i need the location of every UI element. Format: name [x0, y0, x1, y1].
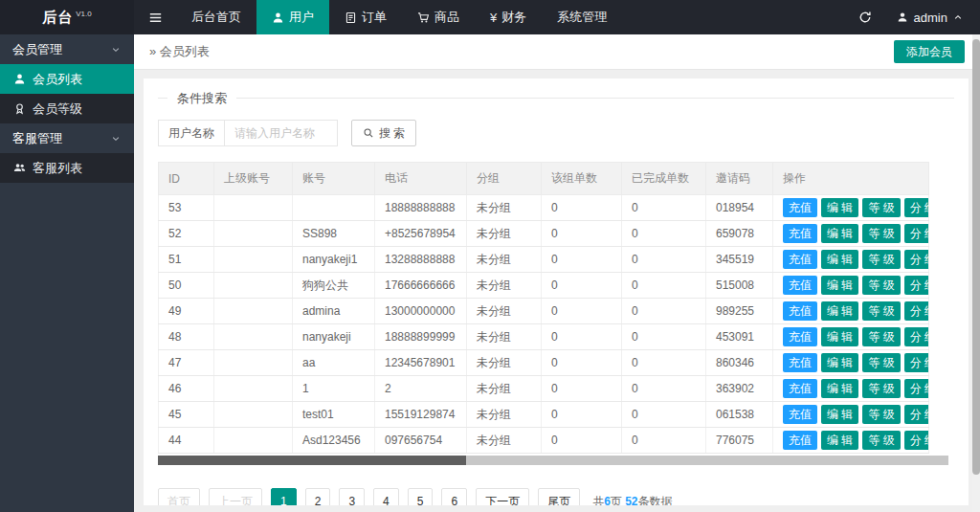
action-button-green[interactable]: 等 级 [862, 353, 900, 372]
action-button-blue[interactable]: 充值 [783, 431, 817, 450]
column-header: 该组单数 [542, 163, 622, 195]
action-button-green[interactable]: 分 组 [904, 224, 929, 243]
page-button[interactable]: 4 [373, 488, 399, 505]
table-row: 44Asd123456097656754未分组00776075充值编 辑等 级分… [159, 428, 929, 454]
sidebar-item-5[interactable]: 客服列表 [0, 153, 134, 183]
page-button[interactable]: 6 [441, 488, 467, 505]
action-button-blue[interactable]: 充值 [783, 353, 817, 372]
action-button-blue[interactable]: 充值 [783, 379, 817, 398]
action-button-blue[interactable]: 充值 [783, 405, 817, 424]
action-button-blue[interactable]: 充值 [783, 327, 817, 346]
page-button[interactable]: 5 [408, 488, 434, 505]
sidebar-item-2[interactable]: 会员列表 [0, 64, 134, 94]
refresh-icon[interactable] [858, 11, 872, 24]
action-button-green[interactable]: 编 辑 [821, 198, 858, 217]
table-cell: 0 [542, 273, 622, 299]
table-cell: 未分组 [467, 376, 542, 402]
table-cell: 18888888888 [375, 195, 467, 221]
action-button-green[interactable]: 分 组 [904, 379, 929, 398]
page-button[interactable]: 2 [305, 488, 331, 505]
sidebar-item-3[interactable]: 会员等级 [0, 94, 134, 123]
action-button-green[interactable]: 编 辑 [821, 327, 858, 346]
table-cell: 659078 [706, 221, 773, 247]
action-button-green[interactable]: 分 组 [904, 301, 929, 321]
action-button-green[interactable]: 等 级 [862, 327, 900, 346]
page-button[interactable]: 下一页 [476, 488, 529, 505]
action-button-green[interactable]: 分 组 [904, 250, 929, 269]
actions-cell: 充值编 辑等 级分 组禁用 [773, 428, 929, 454]
action-button-blue[interactable]: 充值 [783, 198, 817, 217]
topbar-menu-item-2[interactable]: 用户 [256, 0, 329, 34]
action-button-green[interactable]: 编 辑 [821, 301, 858, 321]
page-button[interactable]: 1 [271, 488, 297, 505]
table-cell: 13288888888 [375, 247, 467, 273]
topbar-menu-item-3[interactable]: 订单 [329, 0, 402, 34]
horizontal-scrollbar[interactable] [158, 456, 948, 465]
action-button-blue[interactable]: 充值 [783, 250, 817, 269]
action-button-green[interactable]: 编 辑 [821, 250, 858, 269]
table-cell [214, 402, 293, 428]
table-cell: 未分组 [467, 247, 542, 273]
topbar-menu-label: 订单 [362, 9, 387, 26]
action-button-green[interactable]: 分 组 [904, 276, 929, 295]
action-button-green[interactable]: 编 辑 [821, 276, 858, 295]
horizontal-scrollbar-thumb[interactable] [158, 456, 466, 465]
action-button-green[interactable]: 分 组 [904, 327, 929, 346]
table-cell: 0 [622, 299, 706, 324]
action-button-blue[interactable]: 充值 [783, 276, 817, 295]
topbar-right: admin [858, 0, 980, 34]
table-cell: 0 [542, 195, 622, 221]
users-icon [13, 162, 26, 174]
action-button-green[interactable]: 编 辑 [821, 353, 858, 372]
topbar-menu-item-1[interactable]: 后台首页 [176, 0, 256, 34]
action-button-green[interactable]: 等 级 [862, 224, 900, 243]
action-button-green[interactable]: 分 组 [904, 198, 929, 217]
topbar-menu-label: 后台首页 [191, 9, 241, 26]
action-button-blue[interactable]: 充值 [783, 301, 817, 321]
action-button-green[interactable]: 编 辑 [821, 224, 858, 243]
topbar-menu-label: 系统管理 [557, 9, 607, 26]
sidebar-item-label: 客服列表 [33, 160, 82, 177]
sidebar-group-4[interactable]: 客服管理 [0, 123, 134, 153]
pagination-summary: 共6页 52条数据 [592, 494, 672, 506]
action-button-green[interactable]: 等 级 [862, 276, 900, 295]
action-button-green[interactable]: 等 级 [862, 250, 900, 269]
action-button-green[interactable]: 等 级 [862, 379, 900, 398]
table-cell: test01 [293, 402, 375, 428]
page-button[interactable]: 3 [339, 488, 365, 505]
sidebar-group-1[interactable]: 会员管理 [0, 34, 134, 64]
topbar-menu-item-5[interactable]: ¥财务 [475, 0, 542, 34]
page-button[interactable]: 尾页 [538, 488, 580, 505]
table-cell [214, 299, 293, 324]
table-cell: 0 [542, 299, 622, 324]
column-header: 邀请码 [706, 163, 773, 195]
table-cell: 未分组 [467, 221, 542, 247]
action-button-green[interactable]: 等 级 [862, 301, 900, 321]
summary-text: 页 [611, 495, 625, 506]
table-cell: 2 [375, 376, 467, 402]
search-button[interactable]: 搜 索 [351, 120, 416, 146]
hamburger-menu-icon[interactable] [134, 0, 176, 34]
action-button-green[interactable]: 等 级 [862, 431, 900, 450]
username-input[interactable] [225, 120, 338, 146]
action-button-green[interactable]: 分 组 [904, 431, 929, 450]
action-button-green[interactable]: 分 组 [904, 405, 929, 424]
breadcrumb-bar: » 会员列表 添加会员 [134, 34, 980, 70]
summary-text: 条数据 [638, 495, 673, 506]
topbar-menu-item-6[interactable]: 系统管理 [542, 0, 622, 34]
action-button-blue[interactable]: 充值 [783, 224, 817, 243]
column-header: ID [159, 163, 214, 195]
action-button-green[interactable]: 等 级 [862, 198, 900, 217]
vertical-scrollbar[interactable] [972, 34, 980, 512]
action-button-green[interactable]: 编 辑 [821, 405, 858, 424]
action-button-green[interactable]: 分 组 [904, 353, 929, 372]
add-member-button[interactable]: 添加会员 [894, 40, 965, 63]
column-header: 账号 [293, 163, 375, 195]
user-menu[interactable]: admin [897, 11, 963, 25]
action-button-green[interactable]: 编 辑 [821, 379, 858, 398]
action-button-green[interactable]: 编 辑 [821, 431, 858, 450]
vertical-scrollbar-thumb[interactable] [972, 39, 980, 475]
topbar-menu-item-4[interactable]: 商品 [402, 0, 475, 34]
action-button-green[interactable]: 等 级 [862, 405, 900, 424]
search-button-label: 搜 索 [379, 125, 405, 142]
